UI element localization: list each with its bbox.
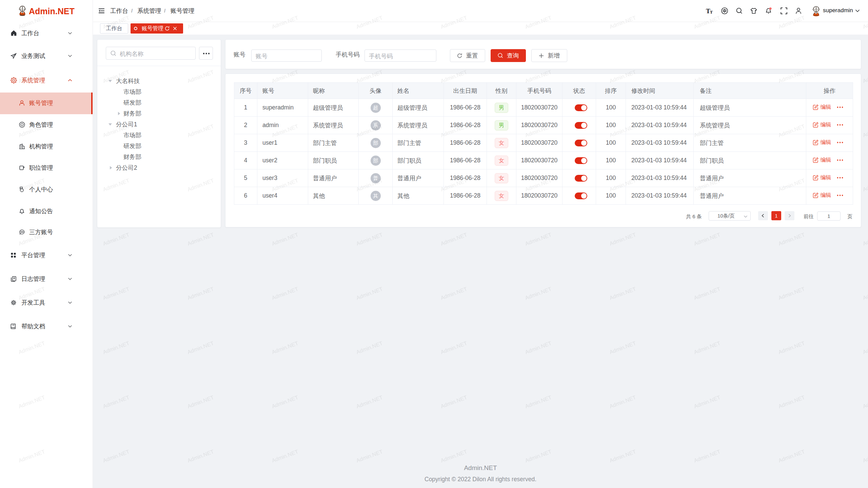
svg-text:T: T bbox=[710, 9, 713, 14]
